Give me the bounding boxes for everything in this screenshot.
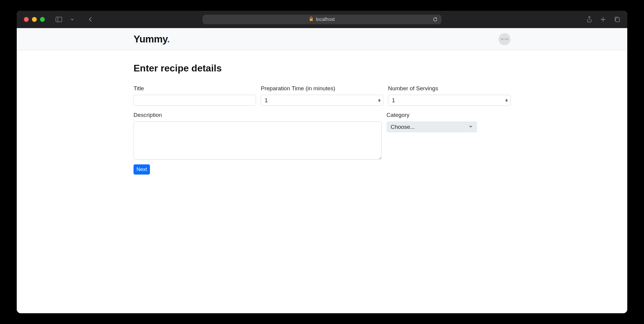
chevron-down-icon[interactable] — [70, 18, 74, 21]
category-select-text: Choose... — [391, 124, 415, 130]
category-select[interactable]: Choose... — [387, 121, 477, 132]
page-title: Enter recipe details — [134, 63, 510, 74]
traffic-lights — [24, 17, 45, 22]
svg-rect-5 — [616, 18, 620, 22]
avatar-placeholder: 80 × 80 — [501, 38, 508, 40]
category-label: Category — [387, 112, 510, 118]
lock-icon — [309, 16, 313, 22]
servings-label: Number of Servings — [388, 85, 510, 92]
brand-text: Yummy — [134, 33, 167, 45]
servings-input[interactable] — [388, 95, 510, 106]
app-header: Yummy. 80 × 80 — [17, 28, 627, 50]
minimize-window-button[interactable] — [32, 17, 37, 22]
tabs-icon[interactable] — [614, 16, 620, 22]
form-group-description: Description — [134, 112, 382, 160]
browser-window: localhost Yummy. 80 × 80 — [17, 11, 627, 313]
description-label: Description — [134, 112, 382, 118]
share-icon[interactable] — [587, 16, 592, 23]
close-window-button[interactable] — [24, 17, 29, 22]
form-row-2: Description Category Choose... — [134, 112, 510, 160]
new-tab-icon[interactable] — [600, 17, 606, 22]
title-input[interactable] — [134, 95, 256, 106]
next-button[interactable]: Next — [134, 164, 150, 175]
brand-dot: . — [167, 33, 170, 45]
chevron-down-icon — [469, 124, 473, 130]
avatar[interactable]: 80 × 80 — [499, 33, 510, 45]
form-row-1: Title Preparation Time (in minutes) Numb… — [134, 85, 510, 106]
brand[interactable]: Yummy. — [134, 33, 170, 45]
form-group-servings: Number of Servings — [388, 85, 510, 106]
refresh-icon[interactable] — [433, 17, 438, 22]
form-group-prep-time: Preparation Time (in minutes) — [261, 85, 383, 106]
main-container: Enter recipe details Title Preparation T… — [134, 50, 510, 175]
prep-time-label: Preparation Time (in minutes) — [261, 85, 383, 92]
form-group-title: Title — [134, 85, 256, 106]
address-bar[interactable]: localhost — [203, 15, 441, 24]
svg-rect-2 — [310, 19, 313, 21]
browser-titlebar: localhost — [17, 11, 627, 28]
app-viewport: Yummy. 80 × 80 Enter recipe details Titl… — [17, 28, 627, 313]
back-icon[interactable] — [88, 17, 93, 22]
svg-rect-0 — [56, 17, 62, 22]
title-label: Title — [134, 85, 256, 92]
form-group-category: Category Choose... — [387, 112, 510, 160]
maximize-window-button[interactable] — [40, 17, 45, 22]
url-text: localhost — [316, 17, 335, 22]
description-textarea[interactable] — [134, 121, 382, 160]
sidebar-toggle-icon[interactable] — [56, 17, 62, 22]
prep-time-input[interactable] — [261, 95, 383, 106]
